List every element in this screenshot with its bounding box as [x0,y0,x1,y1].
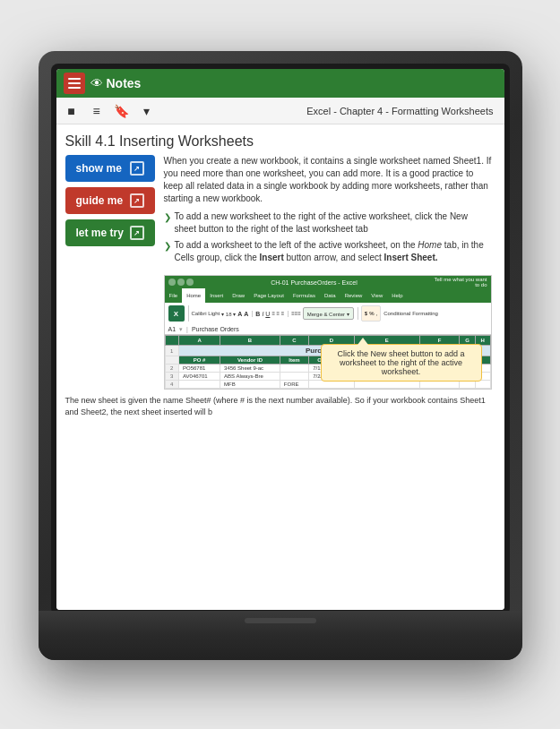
excel-title-text: CH-01 PurchaseOrders - Excel [195,279,434,286]
cell-po-3 [179,381,220,389]
formula-bar: A1 ▾ | Purchase Orders [165,324,491,335]
laptop-body: 👁 Notes ■ ≡ 🔖 ▾ Excel - Chapter 4 - Form… [39,51,522,660]
screen-bezel: 👁 Notes ■ ≡ 🔖 ▾ Excel - Chapter 4 - Form… [51,64,510,615]
cell-vendor-2: ABS Always-Bre [220,373,280,381]
tell-me-text: Tell me what you want to do [434,277,487,287]
cell-item-1 [280,364,308,373]
screen-content: 👁 Notes ■ ≡ 🔖 ▾ Excel - Chapter 4 - Form… [56,69,504,610]
buttons-column: show me ↗ guide me ↗ let me try ↗ [65,155,155,268]
bullet-item-2: ❯ To add a worksheet to the left of the … [164,239,492,264]
menu-icon[interactable]: ≡ [89,103,105,119]
let-me-try-icon: ↗ [130,226,144,240]
cell-item-3: FORE [280,381,308,389]
main-content: Skill 4.1 Inserting Worksheets show me ↗ [56,124,504,610]
tab-page-layout[interactable]: Page Layout [249,288,289,303]
eye-icon: 👁 [90,76,103,90]
let-me-try-button[interactable]: let me try ↗ [65,219,155,246]
col-header-row-num [165,336,179,346]
tooltip-text: Click the New sheet button to add a work… [337,349,464,376]
formula-content: Purchase Orders [192,326,239,332]
tab-insert[interactable]: Insert [205,288,228,303]
cell-po-1: PO56781 [179,364,220,373]
bullet-arrow-1: ❯ [164,211,171,224]
laptop-base [39,611,522,660]
bullet-list: ❯ To add a new worksheet to the right of… [164,210,492,264]
excel-logo-icon: X [168,305,185,322]
tab-data[interactable]: Data [320,288,340,303]
win-btn-min[interactable] [168,279,176,286]
tab-draw[interactable]: Draw [228,288,249,303]
skill-title: Inserting Worksheets [119,133,254,149]
cell-vendor-3: MFB [220,381,280,389]
show-me-label: show me [76,162,122,175]
show-me-icon: ↗ [130,161,144,176]
excel-title-bar: CH-01 PurchaseOrders - Excel Tell me wha… [165,276,491,288]
toolbar-title: Excel - Chapter 4 - Formatting Worksheet… [164,106,497,116]
tooltip-box: Click the New sheet button to add a work… [321,344,482,382]
let-me-try-label: let me try [76,227,124,239]
alignment-section: ≡≡≡ Merge & Center ▾ [291,307,358,320]
col-item: Item [280,356,308,364]
guide-me-label: guide me [76,194,124,207]
tab-review[interactable]: Review [340,288,367,303]
win-btn-close[interactable] [186,279,194,286]
row-num-1: 1 [165,346,179,356]
content-layout: show me ↗ guide me ↗ let me try ↗ [65,155,492,268]
col-header-b: B [220,336,280,346]
cell-vendor-1: 3456 Sheet 9-ac [220,364,280,373]
tab-view[interactable]: View [366,288,387,303]
tab-help[interactable]: Help [387,288,407,303]
col-vendor: Vendor ID [220,356,280,364]
font-section: Calibri Light ▾ 18 ▾ A A [192,311,254,317]
ribbon-tabs: File Home Insert Draw Page Layout Formul… [165,288,491,303]
col-header-a: A [179,336,220,346]
guide-me-button[interactable]: guide me ↗ [65,187,155,214]
cell-reference: A1 [168,326,177,332]
number-section: $ % , [361,305,381,322]
cell-item-2 [280,373,308,381]
format-section: B I U ≡ ≡ ≡ [255,311,289,317]
tab-formulas[interactable]: Formulas [289,288,320,303]
app-header: 👁 Notes [56,69,504,98]
show-me-button[interactable]: show me ↗ [65,155,155,182]
ribbon-tools: X Calibri Light ▾ 18 ▾ A A B I [165,303,491,324]
grid-icon[interactable]: ■ [64,103,80,119]
bullet-arrow-2: ❯ [164,240,171,253]
intro-text: When you create a new workbook, it conta… [164,155,492,205]
app-title: Notes [107,76,142,90]
styles-section: Conditional Formatting [383,311,438,316]
tab-file[interactable]: File [165,288,183,303]
row-num-2: 2 [165,364,179,373]
col-header-c: C [280,336,308,346]
row-num-3: 3 [165,373,179,381]
bullet-text-2: To add a worksheet to the left of the ac… [175,239,492,264]
merge-center-button[interactable]: Merge & Center ▾ [303,307,354,320]
skill-heading: Skill 4.1 Inserting Worksheets [65,133,492,150]
win-btn-max[interactable] [177,279,185,286]
tooltip-arrow [358,338,368,345]
toolbar: ■ ≡ 🔖 ▾ Excel - Chapter 4 - Formatting W… [56,98,504,124]
cell-po-2: AV046701 [179,373,220,381]
guide-me-icon: ↗ [130,193,144,208]
row-num-header [165,356,179,364]
chevron-icon[interactable]: ▾ [139,103,155,119]
bottom-text: The new sheet is given the name Sheet# (… [65,395,492,417]
tab-home[interactable]: Home [182,288,205,303]
bullet-item-1: ❯ To add a new worksheet to the right of… [164,210,492,236]
bullet-text-1: To add a new worksheet to the right of t… [175,210,492,236]
skill-number: Skill 4.1 [65,133,116,149]
hamburger-icon[interactable] [64,73,85,94]
text-column: When you create a new workbook, it conta… [164,155,492,268]
col-po: PO # [179,356,220,364]
laptop-container: 👁 Notes ■ ≡ 🔖 ▾ Excel - Chapter 4 - Form… [21,24,540,705]
bottom-text-content: The new sheet is given the name Sheet# (… [65,396,486,416]
bookmark-icon[interactable]: 🔖 [114,103,130,119]
excel-screenshot: CH-01 PurchaseOrders - Excel Tell me wha… [164,275,492,390]
row-num-4: 4 [165,381,179,389]
